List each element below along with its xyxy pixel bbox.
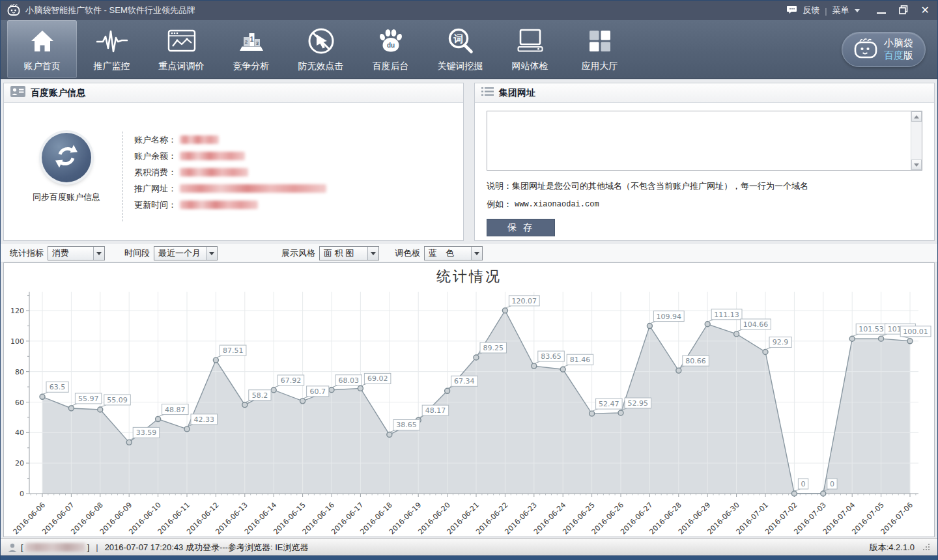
svg-text:42.33: 42.33 (194, 415, 215, 424)
filter-display-style: 展示风格 面 积 图 (281, 246, 379, 260)
nav-item-label: 百度后台 (373, 61, 409, 72)
account-fields: 账户名称： 账户余额： 累积消费： 推广网址： 更新时间： (134, 132, 326, 213)
nav-item-competition-analysis[interactable]: 213 竞争分析 (216, 20, 286, 78)
svg-text:120: 120 (10, 307, 24, 315)
no-click-icon (307, 25, 335, 57)
save-button[interactable]: 保 存 (487, 219, 555, 236)
group-url-panel: 集团网址 说明：集团网址是您公司的其他域名（不包含当前账户推广网址），每一行为一… (474, 83, 935, 241)
brand-edition-rest: 版 (903, 49, 913, 61)
field-account-name: 账户名称： (134, 132, 326, 148)
svg-text:2: 2 (244, 39, 248, 45)
resize-grip[interactable] (922, 543, 931, 552)
nav-item-promo-monitor[interactable]: 推广监控 (77, 20, 147, 78)
redacted-value (180, 152, 245, 160)
restore-button[interactable] (899, 5, 908, 16)
filter-color-palette: 调色板 蓝 色 (395, 246, 483, 260)
color-palette-select[interactable]: 蓝 色 (424, 246, 483, 260)
svg-text:67.34: 67.34 (454, 377, 475, 385)
svg-text:69.02: 69.02 (367, 374, 388, 383)
svg-text:89.25: 89.25 (483, 344, 504, 352)
stats-area-chart: 02040608010012063.555.9755.0933.5948.874… (5, 287, 933, 537)
svg-text:109.94: 109.94 (657, 313, 682, 321)
combo-arrow-icon[interactable] (367, 247, 378, 260)
svg-text:120.07: 120.07 (512, 297, 537, 305)
pulse-icon (96, 25, 128, 57)
nav-item-label: 应用大厅 (582, 61, 618, 72)
svg-text:38.65: 38.65 (396, 421, 417, 429)
svg-text:67.92: 67.92 (281, 376, 302, 385)
combo-arrow-icon[interactable] (206, 247, 217, 260)
nav-item-label: 推广监控 (94, 61, 130, 72)
field-total-spend: 累积消费： (134, 164, 326, 180)
svg-text:48.87: 48.87 (165, 406, 186, 414)
menu-caret-icon[interactable] (855, 9, 860, 15)
svg-text:60: 60 (15, 399, 24, 407)
nav-item-site-check[interactable]: 网站体检 (495, 20, 565, 78)
group-url-textarea-wrap (487, 111, 922, 171)
vertical-divider (122, 132, 123, 221)
app-logo-icon (7, 4, 20, 17)
svg-text:80: 80 (15, 368, 24, 376)
panels-row: 百度账户信息 同步百度账户信息 账户名称： 账户余额： 累积消费： 推广网 (1, 79, 937, 244)
group-panel-header: 集团网址 (475, 83, 934, 103)
combo-arrow-icon[interactable] (471, 247, 482, 260)
filter-stat-metric: 统计指标 消费 (10, 246, 105, 260)
time-range-select[interactable]: 最近一个月 (154, 246, 218, 260)
svg-text:101.53: 101.53 (859, 325, 884, 333)
status-separator: | (96, 542, 98, 552)
svg-text:100: 100 (10, 337, 24, 346)
svg-text:68.03: 68.03 (339, 376, 360, 385)
redacted-value (180, 184, 326, 193)
svg-text:55.97: 55.97 (78, 395, 99, 403)
nav-item-keyword-pricing[interactable]: 重点词调价 (147, 20, 216, 78)
close-button[interactable]: ✕ (921, 5, 930, 16)
textarea-scrollbar[interactable] (911, 111, 922, 170)
svg-text:60.7: 60.7 (309, 387, 326, 396)
nav-item-label: 账户首页 (24, 61, 61, 72)
group-url-textarea[interactable] (487, 111, 911, 170)
feedback-bubble-icon[interactable] (786, 5, 797, 16)
nav-item-keyword-mining[interactable]: 词 关键词挖掘 (425, 20, 495, 78)
scroll-down-button[interactable] (911, 160, 922, 170)
keyword-magnifier-icon: 词 (446, 25, 475, 57)
nav-item-account-home[interactable]: 账户首页 (7, 20, 77, 78)
svg-text:0: 0 (830, 480, 834, 488)
minimize-button[interactable] (877, 12, 886, 14)
chart-title: 统计情况 (4, 267, 934, 287)
filter-time-range: 时间段 最近一个月 (124, 246, 218, 260)
svg-text:104.66: 104.66 (743, 320, 769, 329)
svg-text:111.13: 111.13 (714, 311, 739, 319)
podium-icon: 213 (236, 25, 266, 57)
app-grid-icon (587, 25, 613, 57)
feedback-button[interactable]: 反馈 (803, 5, 819, 16)
scroll-up-button[interactable] (911, 111, 922, 122)
titlebar-divider: | (825, 6, 827, 16)
svg-text:80.66: 80.66 (685, 357, 706, 365)
display-style-select[interactable]: 面 积 图 (319, 246, 379, 260)
nav-item-label: 防无效点击 (298, 61, 344, 72)
svg-text:33.59: 33.59 (136, 428, 157, 437)
list-icon (481, 87, 494, 99)
svg-text:58.2: 58.2 (252, 391, 268, 400)
svg-text:20: 20 (15, 459, 24, 468)
svg-text:52.47: 52.47 (599, 400, 619, 408)
nav-item-invalid-click-protect[interactable]: 防无效点击 (286, 20, 356, 78)
sync-account-button[interactable] (42, 133, 91, 182)
svg-text:0: 0 (20, 490, 24, 498)
stat-metric-select[interactable]: 消费 (48, 246, 105, 260)
field-update-time: 更新时间： (134, 197, 326, 213)
nav-item-app-hall[interactable]: 应用大厅 (565, 20, 634, 78)
sync-arrows-icon (52, 142, 81, 173)
combo-arrow-icon[interactable] (93, 247, 104, 260)
account-panel-title: 百度账户信息 (31, 87, 85, 99)
group-panel-title: 集团网址 (499, 87, 535, 99)
nav-item-label: 网站体检 (512, 61, 548, 72)
chart-section: 统计情况 02040608010012063.555.9755.0933.594… (1, 262, 937, 539)
brand-badge: 小脑袋 百度版 (842, 32, 926, 67)
baidu-account-panel: 百度账户信息 同步百度账户信息 账户名称： 账户余额： 累积消费： 推广网 (3, 83, 464, 241)
menu-button[interactable]: 菜单 (832, 5, 849, 16)
bracket-close: ] (87, 542, 90, 552)
svg-text:词: 词 (453, 33, 463, 44)
nav-item-baidu-backend[interactable]: du 百度后台 (356, 20, 425, 78)
filter-bar: 统计指标 消费 时间段 最近一个月 展示风格 面 积 图 调色板 蓝 色 (1, 244, 937, 262)
